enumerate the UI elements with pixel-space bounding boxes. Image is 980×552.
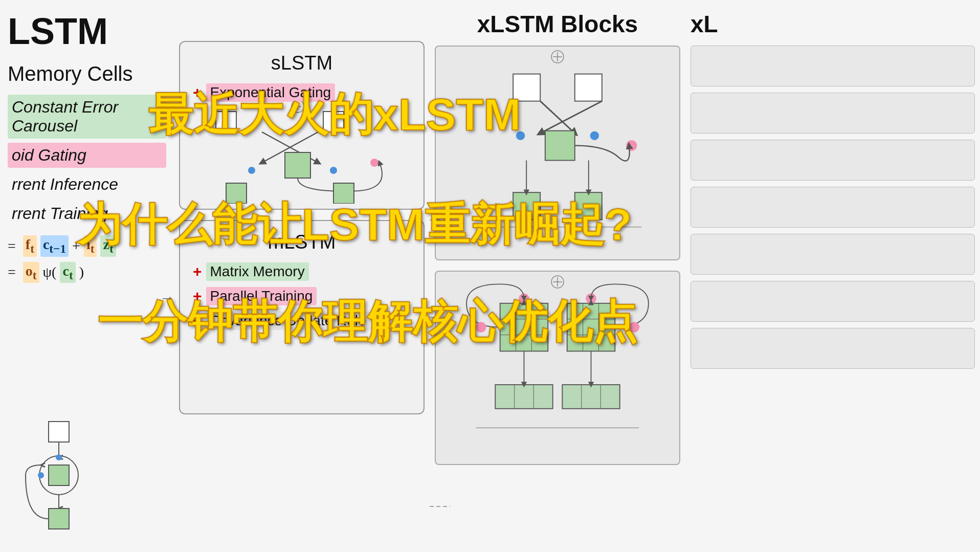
overlay-text-3: 一分钟带你理解核心优化点: [97, 292, 637, 352]
right-block-2: [691, 93, 975, 134]
right-block-6: [691, 281, 975, 322]
formula-line-2: = ot ψ( ct ): [8, 262, 166, 283]
mlstm-feature-1: + Matrix Memory: [193, 262, 411, 281]
right-block-4: [691, 187, 975, 228]
lstm-title: LSTM: [8, 10, 166, 52]
right-block-1: [691, 46, 975, 86]
svg-rect-7: [49, 509, 69, 529]
overlay-text-2: 为什么能让LSTM重新崛起?: [77, 194, 632, 255]
svg-point-29: [590, 131, 599, 140]
formula-psi: ψ(: [39, 264, 60, 280]
feature-item-inference: rrent Inference: [8, 172, 166, 197]
xlstm-blocks-title: xLSTM Blocks: [435, 10, 680, 38]
right-block-5: [691, 234, 975, 275]
formula-close: ): [76, 264, 84, 280]
formula-equals-1: =: [8, 238, 23, 254]
formula-equals-2: =: [8, 264, 23, 280]
middle-panel: sLSTM + Exponential Gating →: [174, 0, 430, 552]
svg-rect-30: [545, 131, 575, 161]
right-block-3: [691, 140, 975, 181]
svg-rect-5: [49, 465, 69, 485]
var-ft: ft: [23, 235, 37, 257]
feature-item-gating: oid Gating: [8, 143, 166, 168]
left-panel: LSTM Memory Cells Constant Error Carouse…: [0, 0, 174, 552]
formula-space-1: [37, 238, 40, 254]
mlstm-plus-1: +: [193, 263, 202, 280]
mlstm-block-plus-icon: [550, 274, 565, 290]
var-ot: ot: [23, 262, 39, 283]
svg-point-12: [248, 167, 255, 174]
var-ct: ct: [60, 262, 75, 283]
var-ct1: ct−1: [40, 235, 69, 257]
svg-point-3: [38, 472, 44, 478]
main-container: LSTM Memory Cells Constant Error Carouse…: [0, 0, 980, 552]
svg-rect-56: [495, 385, 552, 409]
overlay-text-1: 最近大火的xLSTM: [148, 84, 521, 145]
svg-rect-14: [285, 152, 310, 178]
slstm-title: sLSTM: [193, 52, 411, 74]
svg-rect-0: [49, 422, 69, 442]
svg-line-27: [540, 101, 602, 134]
right-panel: xLSTM Blocks: [430, 0, 685, 552]
svg-point-15: [370, 159, 378, 167]
mlstm-matrix-memory: Matrix Memory: [206, 262, 309, 281]
far-right-panel: xL: [685, 0, 980, 552]
svg-rect-25: [575, 74, 602, 101]
slstm-block-plus-icon: [550, 49, 565, 64]
far-right-title: xL: [691, 10, 975, 38]
left-lstm-diagram: [15, 419, 102, 532]
svg-point-31: [626, 140, 637, 151]
memory-cells-title: Memory Cells: [8, 62, 166, 85]
svg-point-13: [330, 167, 337, 174]
feature-item-carousel: Constant Error Carousel: [8, 95, 166, 139]
right-block-7: [691, 328, 975, 369]
svg-rect-59: [562, 385, 619, 409]
svg-point-4: [56, 454, 62, 460]
